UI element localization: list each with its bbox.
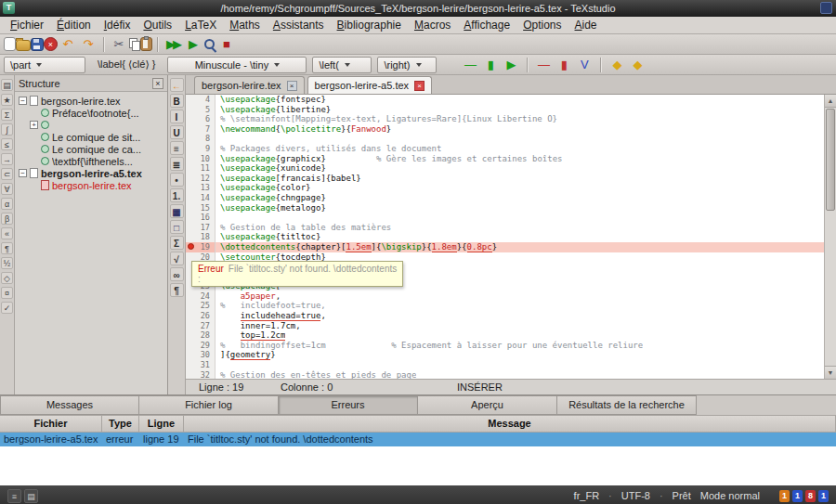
redo-icon[interactable]: ↷ xyxy=(78,35,98,53)
symbol-strip-icon-8[interactable]: α xyxy=(1,198,13,210)
bottom-tab-resultats-de-la-recherche[interactable]: Résultats de la recherche xyxy=(557,395,697,415)
green-bar-icon[interactable]: ▮ xyxy=(481,56,500,73)
column-header-message[interactable]: Message xyxy=(184,416,836,432)
menu-options[interactable]: Options xyxy=(516,18,568,33)
stop-icon[interactable]: ■ xyxy=(216,35,237,53)
symbol-strip-icon-14[interactable]: ¤ xyxy=(1,287,13,299)
editor-tab-bergson-lerire-a5-tex[interactable]: bergson-lerire-a5.tex× xyxy=(307,76,433,94)
structure-item[interactable]: Le comique de sit... xyxy=(15,131,167,143)
structure-close-icon[interactable]: × xyxy=(152,78,163,89)
error-row[interactable]: bergson-lerire-a5.texerreurligne 19File … xyxy=(0,433,836,446)
menu-idefix[interactable]: Idéfix xyxy=(98,18,137,33)
compile-icon[interactable]: ▶ xyxy=(183,35,203,53)
edit-strip-icon-11[interactable]: √ xyxy=(170,252,184,265)
symbol-strip-icon-1[interactable]: ★ xyxy=(1,94,13,106)
red-bar-icon[interactable]: ▮ xyxy=(555,56,573,73)
close-file-icon[interactable]: × xyxy=(44,37,58,51)
log-toggle-icon[interactable]: ≡ xyxy=(7,489,21,503)
bottom-tab-fichier-log[interactable]: Fichier log xyxy=(139,395,279,415)
right-delimiter-combo[interactable]: \right) xyxy=(377,57,437,73)
column-header-fichier[interactable]: Fichier xyxy=(0,416,102,432)
edit-strip-icon-12[interactable]: ∞ xyxy=(170,267,184,281)
panel-toggle-icon[interactable]: ▤ xyxy=(24,489,38,503)
edit-strip-icon-5[interactable]: ≣ xyxy=(170,157,184,171)
symbol-strip-icon-6[interactable]: ⊂ xyxy=(1,168,13,180)
menu-latex[interactable]: LaTeX xyxy=(178,18,223,33)
structure-item[interactable]: + xyxy=(15,119,167,131)
edit-strip-icon-3[interactable]: U xyxy=(170,125,184,139)
tree-expander-icon[interactable]: − xyxy=(19,97,27,105)
menu-macros[interactable]: Macros xyxy=(408,18,457,33)
new-document-icon[interactable] xyxy=(4,37,16,51)
column-header-type[interactable]: Type xyxy=(102,416,139,432)
structure-item[interactable]: \textbf{\ifthenels... xyxy=(15,155,167,167)
code-area[interactable]: 4\usepackage{fontspec}5\usepackage{liber… xyxy=(186,95,836,379)
menu-assistants[interactable]: Assistants xyxy=(267,18,331,33)
symbol-strip-icon-12[interactable]: ½ xyxy=(1,257,13,269)
column-header-ligne[interactable]: Ligne xyxy=(139,416,184,432)
label-button[interactable]: \label{ ⟨clé⟩ } xyxy=(91,57,162,73)
scrollbar-thumb[interactable] xyxy=(826,109,835,211)
edit-strip-icon-10[interactable]: Σ xyxy=(170,236,184,250)
symbol-strip-icon-15[interactable]: ✓ xyxy=(1,302,13,314)
tab-close-icon[interactable]: × xyxy=(287,81,297,91)
edit-strip-icon-8[interactable]: ▦ xyxy=(170,204,184,218)
symbol-strip-icon-0[interactable]: ▤ xyxy=(1,79,13,91)
structure-item[interactable]: −bergson-lerire.tex xyxy=(15,95,167,107)
menu-edition[interactable]: Édition xyxy=(50,18,98,33)
symbol-strip-icon-11[interactable]: ¶ xyxy=(1,242,13,254)
build-and-view-icon[interactable]: ▶▶ xyxy=(163,35,183,53)
scroll-up-icon[interactable]: ▲ xyxy=(825,95,836,108)
edit-strip-icon-4[interactable]: ≡ xyxy=(170,141,184,155)
tree-expander-icon[interactable]: − xyxy=(19,169,27,177)
symbol-strip-icon-9[interactable]: β xyxy=(1,213,13,225)
cut-icon[interactable]: ✂ xyxy=(109,35,129,53)
symbol-strip-icon-13[interactable]: ◇ xyxy=(1,272,13,284)
menu-affichage[interactable]: Affichage xyxy=(457,18,516,33)
bottom-tab-messages[interactable]: Messages xyxy=(0,395,139,415)
blue-v-icon[interactable]: V xyxy=(575,56,594,73)
symbol-strip-icon-2[interactable]: Σ xyxy=(1,109,13,121)
edit-strip-icon-1[interactable]: B xyxy=(170,94,184,108)
symbol-strip-icon-5[interactable]: → xyxy=(1,153,13,165)
structure-item[interactable]: bergson-lerire.tex xyxy=(15,179,167,191)
menu-bibliographie[interactable]: Bibliographie xyxy=(331,18,408,33)
view-icon[interactable] xyxy=(203,38,216,51)
menu-outils[interactable]: Outils xyxy=(137,18,178,33)
structure-item[interactable]: Préface\footnote{... xyxy=(15,107,167,119)
editor-tab-bergson-lerire-tex[interactable]: bergson-lerire.tex× xyxy=(194,76,305,94)
bottom-tab-erreurs[interactable]: Erreurs xyxy=(279,395,418,415)
bottom-tab-apercu[interactable]: Aperçu xyxy=(418,395,557,415)
edit-strip-icon-7[interactable]: 1. xyxy=(170,188,184,202)
menu-fichier[interactable]: Fichier xyxy=(4,18,50,33)
editor-scrollbar[interactable]: ▲ ▼ xyxy=(824,95,836,379)
edit-strip-icon-13[interactable]: ¶ xyxy=(170,283,184,297)
lamp-icon-1[interactable]: ◆ xyxy=(607,56,626,73)
symbol-strip-icon-10[interactable]: « xyxy=(1,227,13,239)
symbol-strip-icon-7[interactable]: ∀ xyxy=(1,183,13,195)
structure-item[interactable]: Le comique de ca... xyxy=(15,143,167,155)
tree-expander-icon[interactable]: + xyxy=(30,121,38,129)
structure-item[interactable]: −bergson-lerire-a5.tex xyxy=(15,167,167,179)
symbol-strip-icon-4[interactable]: ≤ xyxy=(1,138,13,150)
menu-maths[interactable]: Maths xyxy=(223,18,267,33)
open-file-icon[interactable] xyxy=(16,40,31,51)
symbol-strip-icon-3[interactable]: ∫ xyxy=(1,123,13,136)
sectioning-combo[interactable]: \part xyxy=(4,57,85,73)
edit-strip-icon-2[interactable]: I xyxy=(170,110,184,123)
red-line-icon[interactable]: — xyxy=(534,56,553,73)
edit-strip-icon-9[interactable]: □ xyxy=(170,220,184,234)
edit-strip-icon-6[interactable]: • xyxy=(170,173,184,187)
fontsize-combo[interactable]: Minuscule - \tiny xyxy=(167,57,307,73)
paste-icon[interactable] xyxy=(140,37,152,51)
lamp-icon-2[interactable]: ◆ xyxy=(628,56,647,73)
save-icon[interactable] xyxy=(31,38,44,51)
menu-aide[interactable]: Aide xyxy=(568,18,604,33)
titlebar-badge-icon[interactable] xyxy=(820,2,832,14)
undo-icon[interactable]: ↶ xyxy=(58,35,78,53)
left-delimiter-combo[interactable]: \left( xyxy=(312,57,372,73)
green-line-icon[interactable]: — xyxy=(461,56,479,73)
edit-strip-icon-0[interactable]: ← xyxy=(170,78,184,92)
scroll-down-icon[interactable]: ▼ xyxy=(825,366,836,379)
copy-icon[interactable] xyxy=(129,38,140,50)
